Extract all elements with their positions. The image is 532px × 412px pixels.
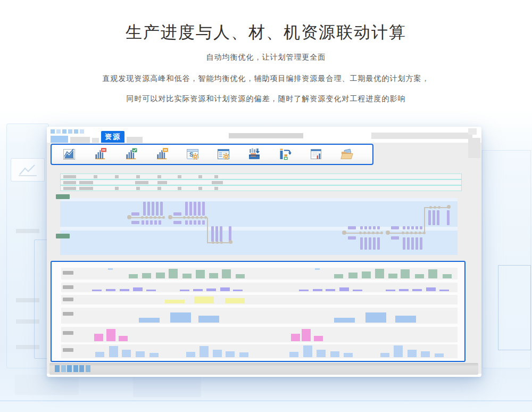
table-settings-button[interactable]	[217, 147, 230, 161]
report-folder-icon	[340, 147, 354, 161]
histogram-bar	[186, 352, 195, 357]
header-block	[214, 175, 218, 178]
histogram-bar	[428, 269, 437, 278]
histogram-bar	[326, 289, 335, 291]
bar-chart-edit-button[interactable]	[155, 147, 169, 161]
histogram-bar	[220, 287, 230, 291]
histogram-bar	[303, 345, 312, 357]
histogram-bar	[386, 290, 395, 291]
histogram-bar	[106, 289, 115, 291]
header-block	[157, 187, 161, 190]
histogram-bar	[109, 346, 118, 357]
histogram-bar	[182, 274, 192, 278]
histogram-bar	[136, 351, 145, 357]
histogram-bar	[388, 274, 397, 278]
histogram-bar	[421, 351, 430, 357]
plan-resource-row	[61, 308, 458, 324]
histogram-bar	[225, 298, 245, 303]
histogram-bar	[170, 312, 191, 323]
header-row	[60, 185, 462, 191]
tab-placeholder	[74, 129, 78, 134]
header-block	[135, 181, 148, 184]
histogram-bar	[353, 290, 362, 291]
histogram-bar	[344, 353, 353, 357]
header-block	[157, 175, 161, 178]
histogram-bar	[408, 350, 417, 357]
status-square	[61, 365, 66, 372]
page-description-line2: 同时可以对比实际资源和计划资源的偏差，随时了解资源变化对工程进度的影响	[0, 94, 532, 104]
status-bar	[49, 363, 478, 375]
header-block	[63, 181, 76, 184]
import-data-button[interactable]	[247, 147, 261, 161]
histogram-bar	[226, 351, 235, 357]
histogram-bar	[435, 353, 444, 357]
histogram-bar	[289, 352, 298, 357]
bar-chart-check-button[interactable]	[124, 147, 138, 161]
calendar-histogram-button[interactable]	[309, 147, 323, 161]
background-ghost-panel-right	[482, 150, 531, 368]
tab-placeholder	[56, 129, 61, 134]
histogram-bar	[149, 353, 159, 357]
header-block	[214, 187, 218, 190]
background-ghost-bar-2	[16, 298, 39, 302]
bar-chart-remove-button[interactable]	[93, 147, 107, 161]
header-block	[115, 175, 119, 178]
histogram-bar	[365, 312, 386, 323]
header-block	[178, 187, 181, 190]
histogram-bar	[317, 350, 326, 357]
tab-placeholder	[229, 133, 303, 138]
histogram-bar	[330, 351, 339, 357]
header-block	[136, 175, 140, 178]
histogram-bar	[415, 274, 424, 278]
page-description-line1: 直观发现资源高峰和低谷，智能均衡优化，辅助项目编排资源最合理、工期最优的计划方案…	[0, 74, 532, 84]
histogram-bar	[401, 269, 410, 278]
histogram-bar	[291, 334, 300, 341]
bar-chart-remove-icon	[93, 147, 107, 161]
background-ghost-divider	[0, 400, 532, 401]
histogram-bar	[443, 274, 452, 278]
header-block	[79, 187, 93, 190]
tab-placeholder	[127, 137, 143, 143]
tab-resources-label: 资源	[105, 133, 121, 141]
histogram-bar	[169, 269, 178, 278]
tab-placeholder	[51, 136, 68, 143]
histogram-bar	[196, 270, 205, 278]
header-block	[198, 187, 202, 190]
machine-histogram-row	[61, 295, 458, 304]
row-label	[63, 298, 73, 301]
header-block	[115, 187, 119, 190]
row-label	[63, 331, 73, 335]
histogram-bar	[348, 273, 358, 278]
tab-resources[interactable]: 资源	[101, 131, 124, 143]
histogram-bar	[236, 274, 245, 278]
status-square	[86, 365, 90, 372]
header-block	[94, 175, 97, 178]
update-resource-button[interactable]	[278, 147, 292, 161]
header-block	[63, 187, 76, 190]
script-settings-button[interactable]: S	[186, 147, 200, 161]
histogram-bar	[426, 287, 436, 291]
histogram-bar	[334, 274, 343, 278]
row-marker-dash	[315, 268, 320, 270]
row-label	[63, 271, 73, 275]
page-title: 生产进度与人、材、机资源联动计算	[0, 21, 532, 44]
row-label	[63, 312, 73, 316]
tab-placeholder	[51, 129, 55, 134]
report-folder-button[interactable]	[340, 147, 354, 161]
histogram-bar	[94, 334, 103, 341]
background-ghost-footer-row-1	[15, 375, 79, 395]
status-square	[55, 365, 60, 372]
histogram-bar	[139, 318, 160, 323]
histogram-bar	[200, 346, 209, 357]
area-chart-icon	[62, 147, 76, 161]
calendar-histogram-icon	[309, 147, 323, 161]
background-ghost-bar-3	[16, 319, 39, 324]
area-chart-button[interactable]	[62, 147, 76, 161]
background-ghost-footer-row-2	[133, 375, 201, 397]
row-marker-dash	[108, 268, 113, 270]
update-resource-icon	[278, 147, 292, 161]
row-label	[63, 285, 73, 289]
histogram-bar	[106, 329, 115, 341]
tab-strip: 资源	[47, 127, 481, 143]
header-block	[136, 187, 140, 190]
